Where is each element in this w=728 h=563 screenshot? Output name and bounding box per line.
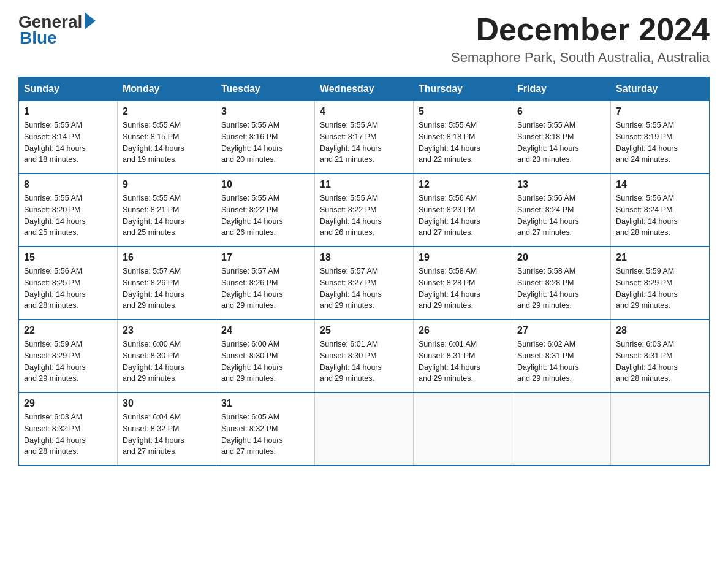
table-row: 11 Sunrise: 5:55 AM Sunset: 8:22 PM Dayl…: [315, 174, 414, 247]
day-number: 13: [517, 179, 605, 190]
day-info: Sunrise: 5:57 AM Sunset: 8:26 PM Dayligh…: [221, 266, 309, 312]
day-info: Sunrise: 6:04 AM Sunset: 8:32 PM Dayligh…: [123, 412, 211, 458]
calendar-week-row: 22 Sunrise: 5:59 AM Sunset: 8:29 PM Dayl…: [19, 320, 710, 393]
col-saturday: Saturday: [611, 77, 710, 101]
day-number: 27: [517, 325, 605, 336]
page-header: General Blue December 2024 Semaphore Par…: [18, 12, 710, 66]
day-info: Sunrise: 5:56 AM Sunset: 8:25 PM Dayligh…: [24, 266, 112, 312]
day-info: Sunrise: 5:56 AM Sunset: 8:24 PM Dayligh…: [616, 193, 704, 239]
table-row: 22 Sunrise: 5:59 AM Sunset: 8:29 PM Dayl…: [19, 320, 118, 393]
calendar-table: Sunday Monday Tuesday Wednesday Thursday…: [18, 77, 710, 466]
table-row: 31 Sunrise: 6:05 AM Sunset: 8:32 PM Dayl…: [216, 393, 315, 465]
table-row: 14 Sunrise: 5:56 AM Sunset: 8:24 PM Dayl…: [611, 174, 710, 247]
col-tuesday: Tuesday: [216, 77, 315, 101]
table-row: 2 Sunrise: 5:55 AM Sunset: 8:15 PM Dayli…: [118, 101, 216, 174]
day-info: Sunrise: 5:55 AM Sunset: 8:17 PM Dayligh…: [320, 120, 408, 166]
table-row: 8 Sunrise: 5:55 AM Sunset: 8:20 PM Dayli…: [19, 174, 118, 247]
day-info: Sunrise: 5:55 AM Sunset: 8:15 PM Dayligh…: [123, 120, 211, 166]
table-row: 12 Sunrise: 5:56 AM Sunset: 8:23 PM Dayl…: [414, 174, 512, 247]
table-row: [512, 393, 611, 465]
day-number: 23: [123, 325, 211, 336]
col-monday: Monday: [118, 77, 216, 101]
table-row: 15 Sunrise: 5:56 AM Sunset: 8:25 PM Dayl…: [19, 247, 118, 320]
calendar-week-row: 15 Sunrise: 5:56 AM Sunset: 8:25 PM Dayl…: [19, 247, 710, 320]
day-info: Sunrise: 5:55 AM Sunset: 8:21 PM Dayligh…: [123, 193, 211, 239]
table-row: 24 Sunrise: 6:00 AM Sunset: 8:30 PM Dayl…: [216, 320, 315, 393]
day-number: 10: [221, 179, 309, 190]
day-number: 29: [24, 398, 112, 409]
table-row: 21 Sunrise: 5:59 AM Sunset: 8:29 PM Dayl…: [611, 247, 710, 320]
day-number: 1: [24, 106, 112, 117]
day-info: Sunrise: 6:03 AM Sunset: 8:32 PM Dayligh…: [24, 412, 112, 458]
day-number: 24: [221, 325, 309, 336]
day-info: Sunrise: 5:58 AM Sunset: 8:28 PM Dayligh…: [517, 266, 605, 312]
col-wednesday: Wednesday: [315, 77, 414, 101]
day-number: 3: [221, 106, 309, 117]
table-row: 30 Sunrise: 6:04 AM Sunset: 8:32 PM Dayl…: [118, 393, 216, 465]
col-thursday: Thursday: [414, 77, 512, 101]
day-number: 22: [24, 325, 112, 336]
day-info: Sunrise: 5:55 AM Sunset: 8:19 PM Dayligh…: [616, 120, 704, 166]
day-number: 5: [419, 106, 507, 117]
table-row: [414, 393, 512, 465]
calendar-week-row: 1 Sunrise: 5:55 AM Sunset: 8:14 PM Dayli…: [19, 101, 710, 174]
table-row: 27 Sunrise: 6:02 AM Sunset: 8:31 PM Dayl…: [512, 320, 611, 393]
subtitle: Semaphore Park, South Australia, Austral…: [451, 50, 710, 66]
table-row: 17 Sunrise: 5:57 AM Sunset: 8:26 PM Dayl…: [216, 247, 315, 320]
table-row: 20 Sunrise: 5:58 AM Sunset: 8:28 PM Dayl…: [512, 247, 611, 320]
table-row: 6 Sunrise: 5:55 AM Sunset: 8:18 PM Dayli…: [512, 101, 611, 174]
day-number: 4: [320, 106, 408, 117]
day-number: 12: [419, 179, 507, 190]
day-info: Sunrise: 5:59 AM Sunset: 8:29 PM Dayligh…: [616, 266, 704, 312]
table-row: 28 Sunrise: 6:03 AM Sunset: 8:31 PM Dayl…: [611, 320, 710, 393]
day-number: 17: [221, 252, 309, 263]
day-number: 2: [123, 106, 211, 117]
logo: General Blue: [18, 12, 96, 48]
table-row: 29 Sunrise: 6:03 AM Sunset: 8:32 PM Dayl…: [19, 393, 118, 465]
table-row: 26 Sunrise: 6:01 AM Sunset: 8:31 PM Dayl…: [414, 320, 512, 393]
day-info: Sunrise: 5:57 AM Sunset: 8:26 PM Dayligh…: [123, 266, 211, 312]
day-info: Sunrise: 5:56 AM Sunset: 8:23 PM Dayligh…: [419, 193, 507, 239]
table-row: 3 Sunrise: 5:55 AM Sunset: 8:16 PM Dayli…: [216, 101, 315, 174]
logo-blue-text: Blue: [18, 28, 57, 48]
day-number: 26: [419, 325, 507, 336]
day-number: 19: [419, 252, 507, 263]
calendar-header-row: Sunday Monday Tuesday Wednesday Thursday…: [19, 77, 710, 101]
day-info: Sunrise: 6:05 AM Sunset: 8:32 PM Dayligh…: [221, 412, 309, 458]
day-number: 20: [517, 252, 605, 263]
table-row: 10 Sunrise: 5:55 AM Sunset: 8:22 PM Dayl…: [216, 174, 315, 247]
logo-arrow-icon: [85, 12, 96, 29]
day-info: Sunrise: 6:00 AM Sunset: 8:30 PM Dayligh…: [123, 339, 211, 385]
calendar-week-row: 8 Sunrise: 5:55 AM Sunset: 8:20 PM Dayli…: [19, 174, 710, 247]
day-info: Sunrise: 5:59 AM Sunset: 8:29 PM Dayligh…: [24, 339, 112, 385]
table-row: 16 Sunrise: 5:57 AM Sunset: 8:26 PM Dayl…: [118, 247, 216, 320]
day-info: Sunrise: 5:55 AM Sunset: 8:20 PM Dayligh…: [24, 193, 112, 239]
table-row: 1 Sunrise: 5:55 AM Sunset: 8:14 PM Dayli…: [19, 101, 118, 174]
day-info: Sunrise: 5:55 AM Sunset: 8:22 PM Dayligh…: [221, 193, 309, 239]
calendar-week-row: 29 Sunrise: 6:03 AM Sunset: 8:32 PM Dayl…: [19, 393, 710, 465]
day-info: Sunrise: 5:57 AM Sunset: 8:27 PM Dayligh…: [320, 266, 408, 312]
day-info: Sunrise: 5:55 AM Sunset: 8:18 PM Dayligh…: [517, 120, 605, 166]
day-number: 9: [123, 179, 211, 190]
table-row: [315, 393, 414, 465]
table-row: [611, 393, 710, 465]
day-number: 31: [221, 398, 309, 409]
day-number: 11: [320, 179, 408, 190]
day-number: 7: [616, 106, 704, 117]
day-number: 15: [24, 252, 112, 263]
day-info: Sunrise: 6:02 AM Sunset: 8:31 PM Dayligh…: [517, 339, 605, 385]
day-info: Sunrise: 5:55 AM Sunset: 8:16 PM Dayligh…: [221, 120, 309, 166]
table-row: 9 Sunrise: 5:55 AM Sunset: 8:21 PM Dayli…: [118, 174, 216, 247]
day-number: 28: [616, 325, 704, 336]
table-row: 18 Sunrise: 5:57 AM Sunset: 8:27 PM Dayl…: [315, 247, 414, 320]
day-info: Sunrise: 5:56 AM Sunset: 8:24 PM Dayligh…: [517, 193, 605, 239]
table-row: 7 Sunrise: 5:55 AM Sunset: 8:19 PM Dayli…: [611, 101, 710, 174]
day-number: 14: [616, 179, 704, 190]
title-block: December 2024 Semaphore Park, South Aust…: [451, 12, 710, 66]
col-friday: Friday: [512, 77, 611, 101]
day-number: 21: [616, 252, 704, 263]
table-row: 4 Sunrise: 5:55 AM Sunset: 8:17 PM Dayli…: [315, 101, 414, 174]
day-info: Sunrise: 6:03 AM Sunset: 8:31 PM Dayligh…: [616, 339, 704, 385]
table-row: 23 Sunrise: 6:00 AM Sunset: 8:30 PM Dayl…: [118, 320, 216, 393]
day-number: 16: [123, 252, 211, 263]
